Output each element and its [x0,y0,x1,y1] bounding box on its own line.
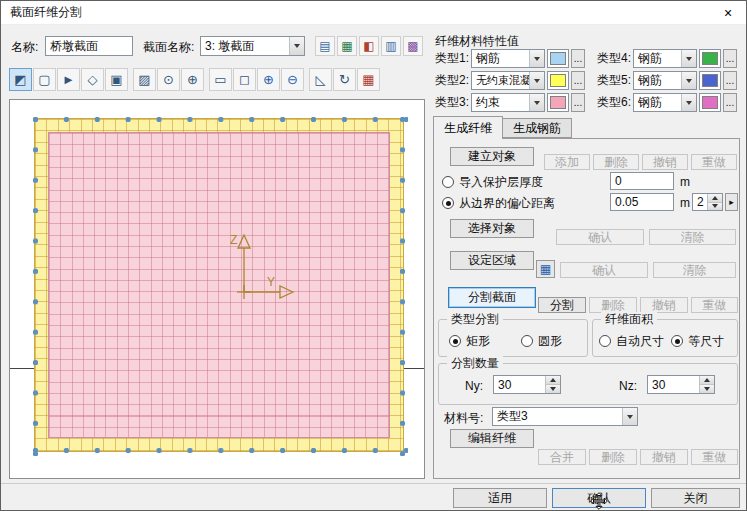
type3-select[interactable]: 约束 [471,93,545,112]
edit-delete-button[interactable]: 删除 [589,449,637,465]
copy-select-icon[interactable]: ▣ [105,68,128,91]
import-cover-thickness-radio[interactable]: 导入保护层厚度 [442,175,543,189]
spinner-buttons[interactable] [707,194,722,210]
select-clear-button[interactable]: 清除 [649,229,736,245]
fiber-table-icon[interactable]: ▥ [381,36,401,56]
pointer-select-icon[interactable]: ► [57,68,80,91]
type2-select[interactable]: 无约束混凝土 [471,71,545,90]
tab-generate-rebar[interactable]: 生成钢筋 [502,118,572,138]
spinner-buttons[interactable] [545,376,560,393]
type6-color-select[interactable] [699,93,721,112]
type6-select[interactable]: 钢筋 [633,93,697,112]
close-icon[interactable]: × [710,1,746,24]
offset-from-boundary-radio[interactable]: 从边界的偏心距离 [442,196,555,210]
offset-distance-value: 0.05 [615,195,638,209]
half-section-icon[interactable]: ◧ [359,36,379,56]
type4-select[interactable]: 钢筋 [633,49,697,68]
spin-down-icon[interactable] [700,384,714,393]
ny-value: 30 [494,376,545,393]
offset-count-stepper[interactable]: 2 [692,193,723,211]
redo-button[interactable]: 重做 [691,154,737,170]
edit-fiber-button[interactable]: 编辑纤维 [450,429,534,448]
hatch-icon[interactable]: ▨ [133,68,156,91]
rectangle-radio[interactable]: 矩形 [449,334,490,348]
spinner-buttons[interactable] [699,376,714,393]
polygon-select-icon[interactable]: ◇ [81,68,104,91]
cover-thickness-value: 0 [615,174,622,188]
type6-more-button[interactable]: ... [723,93,737,112]
offset-unit-label: m [680,196,690,210]
type3-color-select[interactable] [547,93,569,112]
auto-size-radio[interactable]: 自动尺寸 [599,334,664,348]
divide-section-button[interactable]: 分割截面 [448,287,536,308]
nz-value: 30 [648,376,699,393]
assign-fiber-icon[interactable]: ▤ [315,36,335,56]
region-pick-icon[interactable]: ▦ [536,260,555,278]
spin-up-icon[interactable] [708,194,722,202]
spin-down-icon[interactable] [708,202,722,211]
type2-more-button[interactable]: ... [571,71,585,90]
circle-label: 圆形 [538,333,562,350]
section-cover-region [34,118,404,452]
undo-button[interactable]: 撤销 [642,154,688,170]
tab-generate-fiber[interactable]: 生成纤维 [433,116,503,139]
type1-color-select[interactable] [547,49,569,68]
fiber-color-map-icon[interactable]: ▩ [403,36,423,56]
fiber-table-view-icon[interactable]: ▦ [357,68,380,91]
divide-delete-button[interactable]: 删除 [589,297,637,313]
set-region-button[interactable]: 设定区域 [450,251,534,270]
create-object-button[interactable]: 建立对象 [450,147,534,166]
offset-distance-input[interactable]: 0.05 [610,193,674,211]
fit-page-icon[interactable]: ◺ [309,68,332,91]
merge-button[interactable]: 合并 [538,449,586,465]
type4-color-select[interactable] [699,49,721,68]
spin-up-icon[interactable] [700,376,714,384]
divide-button[interactable]: 分割 [538,297,586,313]
select-object-button[interactable]: 选择对象 [450,219,534,238]
region-clear-button[interactable]: 清除 [653,262,736,278]
edit-redo-button[interactable]: 重做 [691,449,738,465]
cover-thickness-input[interactable]: 0 [610,172,674,190]
fiber-pick-icon[interactable]: ◩ [9,68,32,91]
close-button[interactable]: 关闭 [651,488,740,508]
type4-more-button[interactable]: ... [723,49,737,68]
add-button[interactable]: 添加 [544,154,590,170]
ny-input[interactable]: 30 [493,375,561,394]
fiber-grid-icon[interactable]: ▦ [337,36,357,56]
apply-button[interactable]: 适用 [453,488,547,508]
material-column-right: 类型4: 钢筋 ... 类型5: 钢筋 ... 类型6: 钢筋 [597,49,737,112]
redraw-icon[interactable]: ↻ [333,68,356,91]
delete-button[interactable]: 删除 [593,154,639,170]
zoom-window-icon[interactable]: ▭ [209,68,232,91]
zoom-out-icon[interactable]: ⊖ [281,68,304,91]
type2-color-select[interactable] [547,71,569,90]
nz-input[interactable]: 30 [647,375,715,394]
spin-down-icon[interactable] [546,384,560,393]
name-input[interactable]: 桥墩截面 [45,36,133,56]
type5-color-select[interactable] [699,71,721,90]
material-number-select[interactable]: 类型3 [492,407,638,426]
type1-more-button[interactable]: ... [571,49,585,68]
division-count-group: 分割数量 Ny: 30 Nz: 30 [438,363,738,405]
type3-more-button[interactable]: ... [571,93,585,112]
divide-redo-button[interactable]: 重做 [691,297,738,313]
circle-snap-icon[interactable]: ⊙ [157,68,180,91]
region-confirm-button[interactable]: 确认 [560,262,648,278]
spin-up-icon[interactable] [546,376,560,384]
select-confirm-button[interactable]: 确认 [556,229,644,245]
section-canvas[interactable]: Z Y [9,99,425,479]
circle-radio[interactable]: 圆形 [521,334,562,348]
zoom-extents-icon[interactable]: ◻ [233,68,256,91]
divide-undo-button[interactable]: 撤销 [640,297,688,313]
window-select-icon[interactable]: ▢ [33,68,56,91]
type1-select[interactable]: 钢筋 [471,49,545,68]
point-snap-icon[interactable]: ⊕ [181,68,204,91]
equal-size-radio[interactable]: 等尺寸 [671,334,724,348]
type5-more-button[interactable]: ... [723,71,737,90]
type-division-group-label: 类型分割 [447,312,503,327]
type5-select[interactable]: 钢筋 [633,71,697,90]
offset-options-button[interactable]: ▸ [725,193,738,211]
edit-undo-button[interactable]: 撤销 [640,449,688,465]
section-name-select[interactable]: 3: 墩截面 [200,36,305,56]
zoom-in-icon[interactable]: ⊕ [257,68,280,91]
